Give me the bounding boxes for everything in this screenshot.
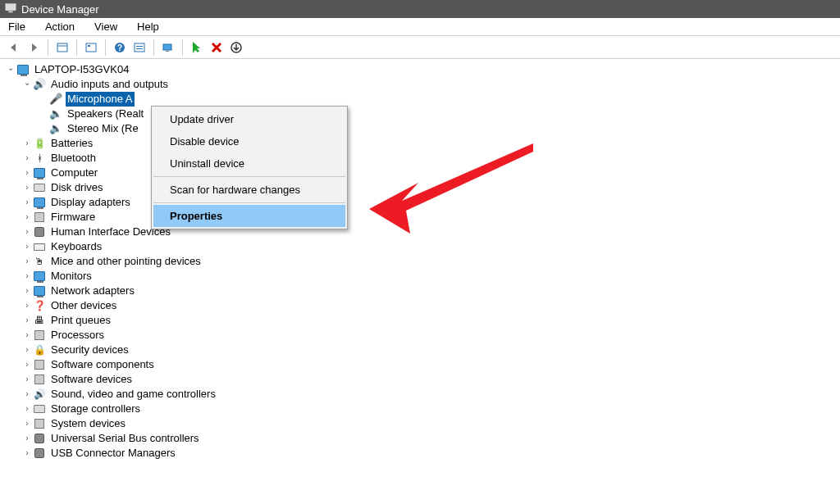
category-node[interactable]: ❓Other devices (21, 298, 840, 313)
chevron-right-icon[interactable] (21, 210, 33, 225)
menu-view[interactable]: View (91, 19, 121, 34)
chevron-down-icon[interactable] (5, 62, 16, 77)
back-button[interactable] (5, 39, 23, 57)
bluetooth-icon: ᚼ (33, 152, 46, 165)
menu-help[interactable]: Help (134, 19, 162, 34)
toolbar-separator (105, 39, 106, 56)
device-microphone[interactable]: 🎤 Microphone A (38, 92, 840, 107)
chevron-right-icon[interactable] (21, 284, 33, 298)
software-components-icon (33, 358, 46, 371)
category-label: Bluetooth (49, 151, 98, 166)
computer-icon (16, 63, 30, 76)
context-scan-hardware[interactable]: Scan for hardware changes (153, 179, 345, 201)
chevron-right-icon[interactable] (21, 298, 33, 313)
app-icon (5, 2, 16, 16)
update-driver-button[interactable] (227, 39, 245, 57)
speaker-icon: 🔈 (49, 107, 62, 120)
category-label: System devices (49, 416, 127, 431)
category-node[interactable]: 🔋Batteries (21, 136, 840, 151)
category-node[interactable]: 🔒Security devices (21, 343, 840, 357)
tree-root-node[interactable]: LAPTOP-I53GVK04 (5, 62, 840, 77)
category-node[interactable]: System devices (21, 416, 840, 431)
action-button[interactable] (130, 39, 148, 57)
category-node[interactable]: Storage controllers (21, 402, 840, 416)
chevron-right-icon[interactable] (21, 357, 33, 372)
category-node[interactable]: Software devices (21, 372, 840, 387)
other-devices-icon: ❓ (33, 299, 46, 312)
category-node[interactable]: Display adapters (21, 195, 840, 210)
enable-button[interactable] (188, 39, 206, 57)
category-node[interactable]: Universal Serial Bus controllers (21, 431, 840, 446)
category-node[interactable]: Processors (21, 328, 840, 343)
context-uninstall-device[interactable]: Uninstall device (153, 152, 345, 175)
category-audio[interactable]: 🔊 Audio inputs and outputs (21, 77, 840, 92)
chevron-right-icon[interactable] (21, 269, 33, 284)
forward-button[interactable] (25, 39, 43, 57)
chevron-right-icon[interactable] (21, 446, 33, 461)
category-node[interactable]: Monitors (21, 269, 840, 284)
svg-rect-9 (136, 46, 143, 47)
chevron-right-icon[interactable] (21, 387, 33, 402)
chevron-right-icon[interactable] (21, 195, 33, 210)
keyboards-icon (33, 240, 46, 253)
chevron-right-icon[interactable] (21, 225, 33, 239)
chevron-right-icon[interactable] (21, 313, 33, 328)
device-tree: LAPTOP-I53GVK04 🔊 Audio inputs and outpu… (0, 59, 840, 461)
chevron-right-icon[interactable] (21, 343, 33, 357)
context-disable-device[interactable]: Disable device (153, 130, 345, 152)
software-devices-icon (33, 373, 46, 386)
menu-action[interactable]: Action (42, 19, 78, 34)
microphone-icon: 🎤 (49, 93, 62, 106)
category-node[interactable]: Human Interface Devices (21, 225, 840, 239)
chevron-right-icon[interactable] (21, 166, 33, 180)
category-node[interactable]: ᚼBluetooth (21, 151, 840, 166)
context-properties[interactable]: Properties (153, 205, 345, 227)
chevron-right-icon[interactable] (21, 431, 33, 446)
category-node[interactable]: 🔊Sound, video and game controllers (21, 387, 840, 402)
category-node[interactable]: 🖶Print queues (21, 313, 840, 328)
tree-root-label: LAPTOP-I53GVK04 (33, 62, 130, 77)
category-label: Audio inputs and outputs (49, 77, 170, 92)
category-label: Monitors (49, 269, 94, 284)
category-node[interactable]: Network adapters (21, 284, 840, 298)
chevron-right-icon[interactable] (21, 328, 33, 343)
category-label: Firmware (49, 210, 97, 225)
chevron-right-icon[interactable] (21, 402, 33, 416)
device-label: Microphone A (66, 92, 135, 107)
context-update-driver[interactable]: Update driver (153, 108, 345, 130)
category-label: Print queues (49, 313, 112, 328)
scan-hardware-button[interactable] (159, 39, 177, 57)
toolbar-separator (153, 39, 154, 56)
category-label: USB Connector Managers (49, 446, 177, 461)
category-node[interactable]: Disk drives (21, 180, 840, 195)
chevron-right-icon[interactable] (21, 239, 33, 254)
category-node[interactable]: Computer (21, 166, 840, 180)
show-hidden-button[interactable] (53, 39, 71, 57)
category-node[interactable]: 🖱Mice and other pointing devices (21, 254, 840, 269)
help-button[interactable]: ? (111, 39, 129, 57)
category-node[interactable]: Firmware (21, 210, 840, 225)
category-label: Security devices (49, 343, 130, 357)
uninstall-button[interactable] (208, 39, 226, 57)
chevron-right-icon[interactable] (21, 372, 33, 387)
chevron-down-icon[interactable] (21, 77, 33, 92)
toolbar-separator (48, 39, 48, 56)
device-label: Stereo Mix (Re (66, 121, 140, 136)
svg-text:?: ? (117, 43, 122, 52)
properties-button[interactable] (82, 39, 100, 57)
svg-rect-11 (163, 44, 171, 50)
category-label: Batteries (49, 136, 94, 151)
chevron-right-icon[interactable] (21, 416, 33, 431)
network-adapters-icon (33, 284, 46, 297)
chevron-right-icon[interactable] (21, 180, 33, 195)
category-node[interactable]: USB Connector Managers (21, 446, 840, 461)
system-devices-icon (33, 417, 46, 430)
chevron-right-icon[interactable] (21, 254, 33, 269)
menu-file[interactable]: File (5, 19, 29, 34)
menu-bar: File Action View Help (0, 18, 840, 36)
category-node[interactable]: Software components (21, 357, 840, 372)
chevron-right-icon[interactable] (21, 136, 33, 151)
chevron-right-icon[interactable] (21, 151, 33, 166)
category-node[interactable]: Keyboards (21, 239, 840, 254)
category-label: Mice and other pointing devices (49, 254, 203, 269)
